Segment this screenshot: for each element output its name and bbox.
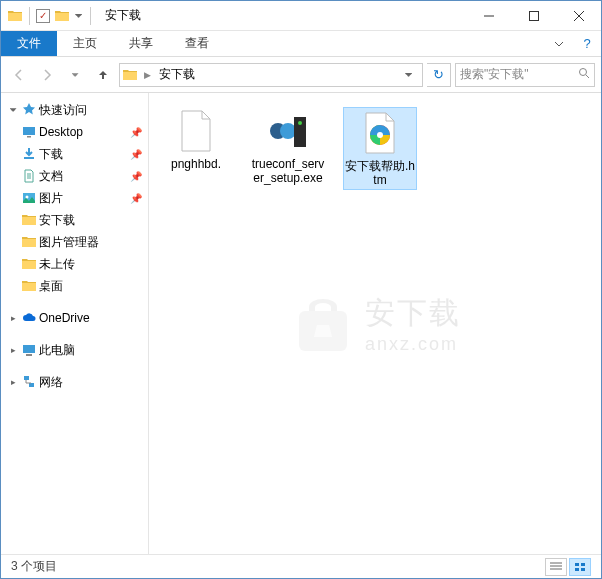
svg-rect-16 [575,563,579,566]
watermark-title: 安下载 [365,293,461,334]
qat-checkbox-icon[interactable]: ✓ [36,9,50,23]
tab-file[interactable]: 文件 [1,31,57,56]
body: ⏷ 快速访问 Desktop 📌 下载 📌 文档 📌 图片 📌 [1,93,601,554]
watermark-sub: anxz.com [365,334,461,355]
status-text: 3 个项目 [11,558,57,575]
expand-icon[interactable]: ▸ [7,345,19,355]
breadcrumb[interactable]: 安下载 [157,66,197,83]
close-button[interactable] [556,1,601,30]
search-input[interactable]: 搜索"安下载" [455,63,595,87]
file-name: trueconf_server_setup.exe [251,157,325,186]
sidebar-item-picmgr[interactable]: 图片管理器 [1,231,148,253]
maximize-button[interactable] [511,1,556,30]
ribbon: 文件 主页 共享 查看 ? [1,31,601,57]
label: 快速访问 [39,102,87,119]
view-icons-button[interactable] [569,558,591,576]
svg-rect-3 [27,136,31,138]
watermark: 安下载 anxz.com [289,293,461,355]
window-title: 安下载 [99,7,141,24]
document-icon [21,168,37,184]
qat-folder-icon[interactable] [54,8,70,24]
search-icon [578,67,590,82]
label: Desktop [39,125,83,139]
sidebar: ⏷ 快速访问 Desktop 📌 下载 📌 文档 📌 图片 📌 [1,93,149,554]
minimize-button[interactable] [466,1,511,30]
label: OneDrive [39,311,90,325]
svg-rect-15 [299,311,347,351]
app-icon [7,8,23,24]
svg-point-11 [280,123,296,139]
separator [29,7,30,25]
label: 图片管理器 [39,234,99,251]
star-icon [21,102,37,118]
file-item[interactable]: trueconf_server_setup.exe [251,107,325,186]
tab-share[interactable]: 共享 [113,31,169,56]
quick-access-toolbar: ✓ ⏷ [1,7,99,25]
folder-icon [21,278,37,294]
sidebar-onedrive[interactable]: ▸ OneDrive [1,307,148,329]
refresh-button[interactable]: ↻ [427,63,451,87]
sidebar-thispc[interactable]: ▸ 此电脑 [1,339,148,361]
sidebar-item-desktop[interactable]: Desktop 📌 [1,121,148,143]
up-button[interactable] [91,63,115,87]
blank-file-icon [172,107,220,155]
label: 桌面 [39,278,63,295]
view-details-button[interactable] [545,558,567,576]
titlebar: ✓ ⏷ 安下载 [1,1,601,31]
tab-view[interactable]: 查看 [169,31,225,56]
expand-icon[interactable]: ▸ [7,313,19,323]
svg-rect-9 [29,383,34,387]
address-bar[interactable]: ▶ 安下载 ⏷ [119,63,423,87]
pin-icon: 📌 [130,171,142,182]
sidebar-item-anxz[interactable]: 安下载 [1,209,148,231]
svg-point-14 [377,132,383,138]
svg-rect-8 [24,376,29,380]
ribbon-expand-icon[interactable] [545,31,573,56]
sidebar-network[interactable]: ▸ 网络 [1,371,148,393]
ribbon-help-icon[interactable]: ? [573,31,601,56]
label: 图片 [39,190,63,207]
svg-point-13 [298,121,302,125]
label: 此电脑 [39,342,75,359]
label: 未上传 [39,256,75,273]
svg-rect-7 [26,354,32,356]
status-bar: 3 个项目 [1,554,601,578]
expand-icon[interactable]: ▸ [7,377,19,387]
svg-rect-6 [23,345,35,353]
label: 下载 [39,146,63,163]
svg-rect-0 [529,11,538,20]
watermark-logo-icon [289,295,357,353]
file-list: pnghhbd. trueconf_server_setup.exe [149,93,601,204]
svg-rect-17 [581,563,585,566]
folder-icon [21,234,37,250]
collapse-icon[interactable]: ⏷ [7,105,19,115]
file-item-selected[interactable]: 安下载帮助.htm [343,107,417,190]
chevron-right-icon[interactable]: ▶ [142,70,153,80]
cloud-icon [21,310,37,326]
search-placeholder: 搜索"安下载" [460,66,529,83]
sidebar-item-unuploaded[interactable]: 未上传 [1,253,148,275]
navbar: ⏷ ▶ 安下载 ⏷ ↻ 搜索"安下载" [1,57,601,93]
recent-dropdown-icon[interactable]: ⏷ [63,63,87,87]
sidebar-item-desk2[interactable]: 桌面 [1,275,148,297]
svg-rect-2 [23,127,35,135]
sidebar-item-documents[interactable]: 文档 📌 [1,165,148,187]
separator [90,7,91,25]
sidebar-item-pictures[interactable]: 图片 📌 [1,187,148,209]
label: 文档 [39,168,63,185]
content-pane[interactable]: pnghhbd. trueconf_server_setup.exe [149,93,601,554]
qat-dropdown-icon[interactable]: ⏷ [74,10,84,21]
sidebar-item-downloads[interactable]: 下载 📌 [1,143,148,165]
pictures-icon [21,190,37,206]
file-item[interactable]: pnghhbd. [159,107,233,171]
back-button[interactable] [7,63,31,87]
pc-icon [21,342,37,358]
address-dropdown-icon[interactable]: ⏷ [398,69,420,80]
sidebar-quick-access[interactable]: ⏷ 快速访问 [1,99,148,121]
view-switcher [545,558,591,576]
label: 安下载 [39,212,75,229]
tab-home[interactable]: 主页 [57,31,113,56]
window-controls [466,1,601,30]
pin-icon: 📌 [130,149,142,160]
forward-button[interactable] [35,63,59,87]
